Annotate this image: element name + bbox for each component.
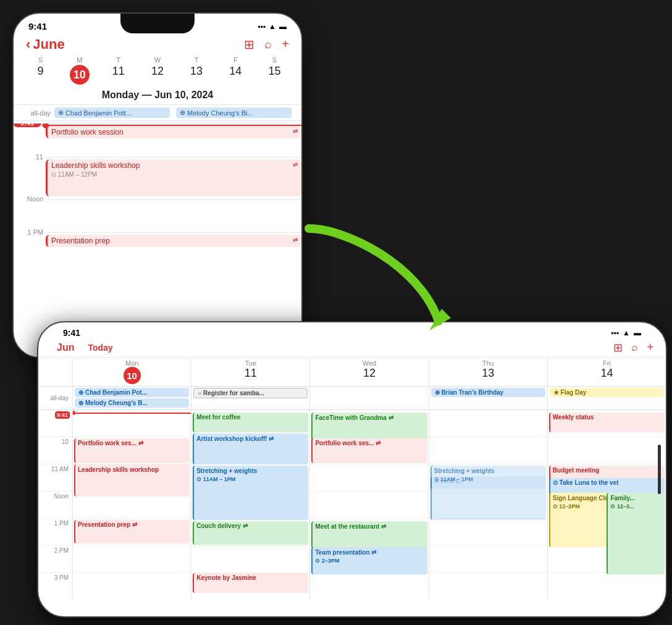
add-event-icon[interactable]: + <box>282 37 289 52</box>
week-day-mon[interactable]: M 10 <box>60 56 99 85</box>
fri-weekly-status[interactable]: Weekly status <box>549 413 665 432</box>
phone-landscape: 9:41 ▪▪▪ ▲ ▬ Jun Today ⊞ ⌕ + Mon 10 Tue … <box>37 321 667 618</box>
status-icons: ▪▪▪ ▲ ▬ <box>258 22 287 31</box>
event-portfolio[interactable]: Portfolio work session ⇌ <box>46 126 301 138</box>
battery-icon: ▬ <box>279 22 287 31</box>
ls-wifi-icon: ▲ <box>623 329 630 337</box>
search-icon[interactable]: ⌕ <box>264 37 272 52</box>
month-back-button[interactable]: ‹ June <box>26 36 65 52</box>
ls-col-header-mon[interactable]: Mon 10 <box>73 358 191 386</box>
mon-presentation-prep[interactable]: Presentation prep ⇌ <box>74 520 190 543</box>
ls-signal-icon: ▪▪▪ <box>611 329 619 337</box>
ls-status-time: 9:41 <box>63 328 80 338</box>
ls-col-header-tue[interactable]: Tue 11 <box>191 358 310 386</box>
ls-grid-icon[interactable]: ⊞ <box>613 341 623 354</box>
all-day-event-1[interactable]: ⊕ Chad Benjamin Pott... <box>54 107 170 118</box>
ls-col-tue: Meet for coffee Artist workshop kickoff!… <box>191 410 310 600</box>
ls-week-header: Mon 10 Tue 11 Wed 12 Thu 13 Fri 14 <box>38 358 666 387</box>
all-day-label: all-day <box>23 109 51 117</box>
tue-artist[interactable]: Artist workshop kickoff! ⇌ <box>193 434 308 464</box>
ls-col-fri: Weekly status Budget meeting ⊙ Take Luna… <box>548 410 666 600</box>
tue-stretching[interactable]: Stretching + weights⊙ 11AM – 1PM <box>193 466 308 520</box>
tue-coffee[interactable]: Meet for coffee <box>193 413 308 432</box>
ls-search-icon[interactable]: ⌕ <box>631 341 638 354</box>
week-day-fri[interactable]: F 14 <box>216 56 255 85</box>
week-day-sat[interactable]: S 15 <box>255 56 294 85</box>
notch <box>120 14 195 33</box>
event-leadership[interactable]: Leadership skills workshop ⇌ ⊙ 11AM – 12… <box>46 159 301 196</box>
allday-event-flagday[interactable]: ★ Flag Day <box>550 388 664 397</box>
event-presentation-prep[interactable]: Presentation prep ⇌ <box>46 235 301 247</box>
ls-col-header-fri[interactable]: Fri 14 <box>548 358 666 386</box>
fri-family[interactable]: Family...⊙ 12–3... <box>607 493 665 574</box>
month-label: June <box>33 36 64 52</box>
allday-event-brian[interactable]: ⊕ Brian Tran's Birthday <box>431 388 545 397</box>
week-day-sun[interactable]: S 9 <box>21 56 60 85</box>
ls-col-header-thu[interactable]: Thu 13 <box>429 358 548 386</box>
ls-col-mon: Portfolio work ses... ⇌ Leadership skill… <box>73 410 191 600</box>
allday-event-melody[interactable]: ⊕ Melody Cheung's B... <box>75 398 189 408</box>
ls-col-wed: FaceTime with Grandma ⇌ Portfolio work s… <box>310 410 429 600</box>
status-time: 9:41 <box>28 21 47 31</box>
grid-view-icon[interactable]: ⊞ <box>244 37 254 52</box>
all-day-row: all-day ⊕ Chad Benjamin Pott... ⊕ Melody… <box>14 105 301 121</box>
ls-grid-body: 9:41 10 11 AM Noon 1 PM 2 PM 3 PM Portfo… <box>38 410 666 600</box>
wed-team-presentation[interactable]: Team presentation ⇌⊙ 2–3PM <box>311 547 427 574</box>
time-row-10: 10 AM 9:41 Portfolio work session ⇌ <box>46 124 301 157</box>
ls-month-label: Jun <box>51 342 74 353</box>
wed-restaurant[interactable]: Meet at the restaurant ⇌ <box>311 521 427 548</box>
allday-event-chad[interactable]: ⊕ Chad Benjamin Pot... <box>75 388 189 397</box>
week-strip: S 9 M 10 T 11 W 12 T 13 F 14 <box>14 56 301 85</box>
signal-icon: ▪▪▪ <box>258 22 266 31</box>
wed-portfolio[interactable]: Portfolio work ses... ⇌ <box>311 438 427 463</box>
ls-allday-thu: ⊕ Brian Tran's Birthday <box>429 387 548 409</box>
ls-today-button[interactable]: Today <box>82 343 119 353</box>
thu-stretching[interactable]: Stretching + weights⊙ 11AM – 1PM <box>430 466 546 520</box>
mon-leadership[interactable]: Leadership skills workshop <box>74 464 190 497</box>
ls-all-day-row: all-day ⊕ Chad Benjamin Pot... ⊕ Melody … <box>38 387 666 410</box>
week-day-tue[interactable]: T 11 <box>99 56 138 85</box>
tue-keynote[interactable]: Keynote by Jasmine <box>193 573 308 593</box>
tue-couch[interactable]: Couch delivery ⇌ <box>193 521 308 545</box>
ls-col-thu: ⊙ Send b... Stretching + weights⊙ 11AM –… <box>429 410 548 600</box>
week-day-thu[interactable]: T 13 <box>177 56 216 85</box>
wifi-icon: ▲ <box>269 22 276 31</box>
week-day-wed[interactable]: W 12 <box>138 56 177 85</box>
phone-portrait: 9:41 ▪▪▪ ▲ ▬ ‹ June ⊞ ⌕ + S 9 <box>12 12 303 358</box>
ls-allday-mon: ⊕ Chad Benjamin Pot... ⊕ Melody Cheung's… <box>73 387 191 409</box>
ls-battery-icon: ▬ <box>634 329 641 337</box>
allday-event-register[interactable]: ○ Register for samba... <box>193 388 308 398</box>
time-row-11: 11 Leadership skills workshop ⇌ ⊙ 11AM –… <box>46 157 301 199</box>
back-arrow-icon: ‹ <box>26 36 30 52</box>
mon-portfolio[interactable]: Portfolio work ses... ⇌ <box>74 438 190 463</box>
calendar-icon: ⊕ <box>180 109 185 117</box>
home-indicator <box>658 445 661 494</box>
ls-allday-tue: ○ Register for samba... <box>191 387 310 409</box>
calendar-header: ‹ June ⊞ ⌕ + <box>14 34 301 56</box>
arrow <box>296 216 469 340</box>
ls-add-icon[interactable]: + <box>647 341 653 354</box>
ls-time-column: 9:41 10 11 AM Noon 1 PM 2 PM 3 PM <box>38 410 73 600</box>
ls-col-header-wed[interactable]: Wed 12 <box>310 358 429 386</box>
ls-cal-header: Jun Today ⊞ ⌕ + <box>38 340 666 358</box>
ls-allday-fri: ★ Flag Day <box>548 387 666 409</box>
day-title: Monday — Jun 10, 2024 <box>14 85 301 105</box>
ls-allday-wed <box>310 387 429 409</box>
time-row-noon: Noon <box>46 199 301 232</box>
all-day-event-2[interactable]: ⊕ Melody Cheung's Bi... <box>176 107 292 118</box>
time-row-1pm: 1 PM Presentation prep ⇌ <box>46 232 301 266</box>
calendar-icon: ⊕ <box>58 109 64 117</box>
timeline: 10 AM 9:41 Portfolio work session ⇌ 11 L <box>14 124 301 266</box>
